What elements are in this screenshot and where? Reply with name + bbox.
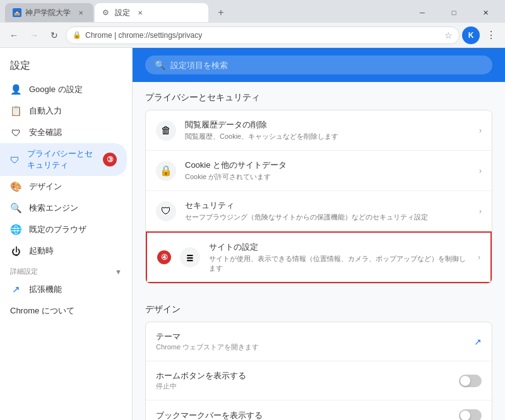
- autofill-icon: 📋: [10, 105, 21, 117]
- theme-desc: Chrome ウェブストアを開きます: [156, 342, 469, 352]
- privacy-section: プライバシーとセキュリティ 🗑 閲覧履歴データの削除 閲覧履歴、Cookie、キ…: [133, 82, 505, 294]
- theme-item[interactable]: テーマ Chrome ウェブストアを開きます ↗: [146, 322, 492, 361]
- sidebar-item-search[interactable]: 🔍 検索エンジン: [0, 197, 132, 219]
- menu-button[interactable]: ⋮: [482, 26, 500, 44]
- site-settings-title: サイトの設定: [209, 242, 469, 253]
- advanced-label-text: 詳細設定: [10, 267, 38, 276]
- tab-close-2[interactable]: ✕: [135, 8, 145, 18]
- security-content: セキュリティ セーフブラウジング（危険なサイトからの保護機能）などのセキュリティ…: [185, 200, 470, 222]
- forward-button[interactable]: →: [25, 26, 43, 44]
- tab-inactive[interactable]: 🏫 神戸学院大学 ✕: [5, 3, 93, 22]
- privacy-settings-card: 🗑 閲覧履歴データの削除 閲覧履歴、Cookie、キャッシュなどを削除します ›…: [145, 110, 492, 284]
- sidebar-startup-label: 起動時: [29, 245, 54, 257]
- bookmark-star-icon[interactable]: ☆: [444, 30, 453, 40]
- sidebar-extensions-label: 拡張機能: [29, 284, 62, 295]
- window-controls: ─ □ ✕: [408, 4, 500, 21]
- tab-active[interactable]: ⚙ 設定 ✕: [95, 3, 208, 22]
- theme-content: テーマ Chrome ウェブストアを開きます: [156, 331, 469, 352]
- default-browser-icon: 🌐: [10, 224, 21, 235]
- home-button-toggle[interactable]: [459, 375, 482, 387]
- safety-icon: 🛡: [10, 127, 21, 138]
- sidebar-item-google[interactable]: 👤 Google の設定: [0, 79, 132, 100]
- tab-inactive-label: 神戸学院大学: [25, 8, 71, 18]
- sidebar-search-label: 検索エンジン: [29, 202, 78, 214]
- cookies-icon: 🔒: [156, 161, 176, 181]
- site-settings-item[interactable]: ④ ≡ サイトの設定 サイトが使用、表示できる情報（位置情報、カメラ、ポップアッ…: [146, 231, 492, 283]
- cookies-item[interactable]: 🔒 Cookie と他のサイトデータ Cookie が許可されています ›: [146, 151, 492, 191]
- privacy-icon: 🛡: [10, 155, 20, 165]
- sidebar-item-privacy[interactable]: 🛡 プライバシーとセキュリティ ③: [0, 143, 127, 176]
- cookies-arrow-icon: ›: [479, 166, 482, 175]
- sidebar-browser-label: 既定のブラウザ: [29, 224, 86, 235]
- cookies-desc: Cookie が許可されています: [185, 172, 470, 182]
- clear-history-arrow-icon: ›: [479, 126, 482, 135]
- bookmarks-content: ブックマークバーを表示する: [156, 410, 454, 420]
- blue-search-header: 🔍: [133, 48, 505, 82]
- tab-gear-icon: ⚙: [102, 8, 111, 17]
- clear-history-item[interactable]: 🗑 閲覧履歴データの削除 閲覧履歴、Cookie、キャッシュなどを削除します ›: [146, 110, 492, 151]
- sidebar-title: 設定: [0, 53, 132, 79]
- google-settings-icon: 👤: [10, 84, 21, 95]
- security-title: セキュリティ: [185, 200, 470, 211]
- settings-search-input[interactable]: [170, 61, 483, 70]
- sidebar: 設定 👤 Google の設定 📋 自動入力 🛡 安全確認 🛡 プライバシーとセ…: [0, 48, 133, 420]
- bookmarks-item: ブックマークバーを表示する: [146, 400, 492, 420]
- home-button-title: ホームボタンを表示する: [156, 370, 454, 382]
- refresh-button[interactable]: ↻: [45, 26, 63, 44]
- close-button[interactable]: ✕: [471, 4, 500, 21]
- sidebar-item-extensions[interactable]: ↗ 拡張機能: [0, 279, 132, 300]
- design-icon: 🎨: [10, 181, 21, 192]
- sidebar-item-design[interactable]: 🎨 デザイン: [0, 176, 132, 197]
- security-item[interactable]: 🛡 セキュリティ セーフブラウジング（危険なサイトからの保護機能）などのセキュリ…: [146, 191, 492, 231]
- site-settings-desc: サイトが使用、表示できる情報（位置情報、カメラ、ポップアップなど）を制御します: [209, 254, 469, 273]
- sidebar-item-chrome-about[interactable]: Chrome について: [0, 300, 132, 322]
- toolbar: ← → ↻ 🔒 Chrome | chrome://settings/priva…: [0, 23, 505, 48]
- cookies-title: Cookie と他のサイトデータ: [185, 160, 470, 171]
- security-arrow-icon: ›: [479, 207, 482, 216]
- security-icon: 🛡: [156, 201, 176, 221]
- clear-history-desc: 閲覧履歴、Cookie、キャッシュなどを削除します: [185, 132, 470, 141]
- tab-favicon-1: 🏫: [13, 8, 21, 17]
- site-settings-badge: ④: [157, 250, 171, 264]
- settings-search-bar[interactable]: 🔍: [145, 55, 492, 74]
- design-section: デザイン テーマ Chrome ウェブストアを開きます ↗: [133, 294, 505, 420]
- search-magnifier-icon: 🔍: [155, 60, 165, 70]
- settings-title-text: 設定: [10, 59, 30, 73]
- address-lock-icon: 🔒: [73, 31, 81, 39]
- tab-close-1[interactable]: ✕: [76, 8, 86, 18]
- main-panel: 🔍 プライバシーとセキュリティ 🗑 閲覧履歴データの削除 閲覧履歴、Cookie…: [133, 48, 505, 420]
- advanced-section-label: 詳細設定 ▼: [0, 262, 132, 279]
- bookmarks-toggle[interactable]: [459, 409, 482, 420]
- new-tab-button[interactable]: +: [212, 4, 230, 21]
- privacy-badge: ③: [103, 153, 117, 166]
- chrome-about-label: Chrome について: [10, 305, 74, 317]
- profile-button[interactable]: K: [462, 26, 480, 44]
- home-button-desc: 停止中: [156, 382, 454, 391]
- minimize-button[interactable]: ─: [408, 4, 437, 21]
- sidebar-item-safety[interactable]: 🛡 安全確認: [0, 122, 132, 143]
- sidebar-item-autofill[interactable]: 📋 自動入力: [0, 100, 132, 122]
- design-section-title: デザイン: [145, 304, 492, 315]
- site-settings-content: サイトの設定 サイトが使用、表示できる情報（位置情報、カメラ、ポップアップなど）…: [209, 242, 469, 273]
- address-text: Chrome | chrome://settings/privacy: [85, 31, 438, 40]
- theme-title: テーマ: [156, 331, 469, 342]
- maximize-button[interactable]: □: [439, 4, 468, 21]
- site-settings-icon: ≡: [180, 247, 200, 267]
- sidebar-privacy-label: プライバシーとセキュリティ: [27, 148, 95, 171]
- sidebar-item-startup[interactable]: ⏻ 起動時: [0, 240, 132, 262]
- startup-icon: ⏻: [10, 246, 21, 257]
- design-card: テーマ Chrome ウェブストアを開きます ↗ ホームボタンを表示する 停止中: [145, 322, 492, 420]
- extensions-icon: ↗: [10, 284, 21, 295]
- home-button-item: ホームボタンを表示する 停止中: [146, 361, 492, 400]
- sidebar-safety-label: 安全確認: [29, 127, 62, 138]
- sidebar-autofill-label: 自動入力: [29, 105, 62, 117]
- sidebar-design-label: デザイン: [29, 181, 62, 192]
- tab-active-label: 設定: [115, 8, 130, 18]
- site-settings-arrow-icon: ›: [478, 253, 480, 262]
- address-bar[interactable]: 🔒 Chrome | chrome://settings/privacy ☆: [66, 26, 460, 44]
- sidebar-google-label: Google の設定: [29, 84, 83, 95]
- sidebar-item-browser[interactable]: 🌐 既定のブラウザ: [0, 219, 132, 240]
- search-engine-icon: 🔍: [10, 202, 21, 214]
- back-button[interactable]: ←: [5, 26, 23, 44]
- clear-history-content: 閲覧履歴データの削除 閲覧履歴、Cookie、キャッシュなどを削除します: [185, 119, 470, 141]
